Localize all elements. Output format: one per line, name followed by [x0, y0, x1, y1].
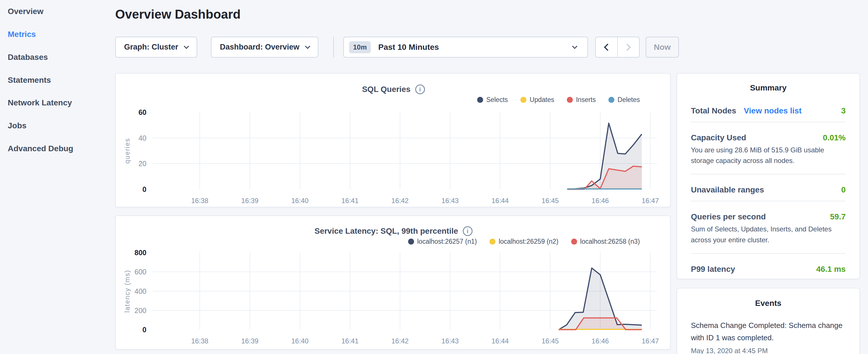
- legend-dot: [608, 97, 614, 103]
- y-tick-label: 0: [143, 185, 147, 193]
- chart-legend: Selects Updates Inserts Deletes: [477, 96, 640, 104]
- summary-value: 3: [841, 106, 846, 116]
- sidebar-item-statements[interactable]: Statements: [8, 74, 51, 86]
- time-shift-buttons: [595, 37, 640, 58]
- x-tick-label: 16:47: [642, 197, 659, 204]
- divider: [691, 253, 846, 254]
- graph-scope-dropdown[interactable]: Graph: Cluster: [115, 37, 197, 58]
- dashboard-dropdown[interactable]: Dashboard: Overview: [211, 37, 318, 58]
- x-tick-label: 16:44: [492, 337, 509, 345]
- summary-value: 59.7: [830, 212, 846, 221]
- chevron-down-icon: [305, 43, 310, 49]
- x-tick-label: 16:42: [392, 337, 409, 345]
- sidebar-item-network-latency[interactable]: Network Latency: [8, 97, 72, 108]
- chart-title: SQL Queries i: [116, 85, 671, 94]
- summary-subtext: You are using 28.6 MiB of 515.9 GiB usab…: [691, 144, 846, 170]
- chart-legend: localhost:26257 (n1) localhost:26259 (n2…: [408, 238, 640, 246]
- x-tick-label: 16:46: [592, 197, 609, 204]
- summary-heading: Summary: [691, 83, 846, 93]
- summary-panel: Summary Total Nodes View nodes list 3 Ca…: [677, 73, 860, 279]
- legend-label: localhost:26259 (n2): [499, 238, 558, 246]
- legend-item: Updates: [520, 96, 554, 104]
- y-tick-label: 40: [138, 134, 147, 142]
- y-tick-label: 0: [143, 326, 147, 334]
- sidebar-item-overview[interactable]: Overview: [8, 6, 43, 17]
- x-tick-label: 16:39: [241, 197, 258, 204]
- y-axis-label: latency (ms): [124, 270, 131, 313]
- summary-label: P99 latency: [691, 265, 735, 274]
- x-tick-label: 16:39: [241, 337, 258, 345]
- x-tick-label: 16:38: [191, 337, 208, 345]
- legend-dot: [408, 238, 414, 245]
- summary-value: 46.1 ms: [816, 265, 846, 274]
- sidebar-item-advanced-debug[interactable]: Advanced Debug: [8, 143, 73, 154]
- chevron-down-icon: [184, 43, 189, 49]
- legend-item: localhost:26259 (n2): [490, 238, 558, 246]
- sidebar: Overview Metrics Databases Statements Ne…: [0, 0, 115, 354]
- info-icon[interactable]: i: [463, 226, 472, 236]
- sql-queries-chart-svg: 16:3816:3916:4016:4116:4216:4316:4416:45…: [121, 108, 665, 205]
- x-tick-label: 16:40: [291, 197, 309, 204]
- x-tick-label: 16:43: [442, 197, 459, 204]
- x-tick-label: 16:41: [341, 197, 359, 204]
- legend-dot: [477, 97, 483, 103]
- y-tick-label: 800: [134, 249, 147, 257]
- chevron-right-icon: [624, 43, 631, 51]
- summary-value: 0.01%: [823, 133, 846, 142]
- legend-dot: [571, 238, 577, 245]
- summary-section-p99: P99 latency 46.1 ms: [691, 257, 846, 280]
- page-title: Overview Dashboard: [115, 7, 241, 22]
- summary-label: Unavailable ranges: [691, 185, 764, 194]
- time-range-dropdown[interactable]: 10m Past 10 Minutes: [343, 37, 588, 58]
- legend-item: Deletes: [608, 96, 640, 104]
- view-nodes-list-link[interactable]: View nodes list: [744, 106, 802, 115]
- x-tick-label: 16:45: [541, 337, 559, 345]
- x-tick-label: 16:40: [291, 337, 309, 345]
- time-shift-back-button[interactable]: [596, 37, 617, 57]
- x-tick-label: 16:43: [442, 337, 459, 345]
- legend-label: Deletes: [618, 96, 640, 104]
- divider: [691, 201, 846, 201]
- legend-label: localhost:26257 (n1): [417, 238, 477, 246]
- summary-section-total-nodes: Total Nodes View nodes list 3: [691, 99, 846, 126]
- legend-item: localhost:26257 (n1): [408, 238, 477, 246]
- chart-title: Service Latency: SQL, 99th percentile i: [116, 226, 671, 236]
- sql-queries-chart-card: SQL Queries i Selects Updates Inserts De…: [115, 73, 671, 207]
- sidebar-item-metrics[interactable]: Metrics: [8, 29, 36, 40]
- x-tick-label: 16:46: [592, 337, 609, 345]
- time-window-label: Past 10 Minutes: [378, 43, 573, 52]
- summary-value: 0: [841, 185, 846, 194]
- divider: [691, 122, 846, 122]
- time-shift-forward-button[interactable]: [617, 37, 639, 57]
- graph-scope-dropdown-label: Graph: Cluster: [124, 43, 178, 52]
- legend-item: Selects: [477, 96, 508, 104]
- legend-dot: [520, 97, 526, 103]
- chart-title-text: Service Latency: SQL, 99th percentile: [314, 227, 458, 236]
- sidebar-item-jobs[interactable]: Jobs: [8, 120, 26, 131]
- y-tick-label: 400: [134, 287, 147, 295]
- events-panel: Events Schema Change Completed: Schema c…: [677, 288, 860, 354]
- legend-item: Inserts: [567, 96, 596, 104]
- sidebar-item-databases[interactable]: Databases: [8, 52, 48, 63]
- summary-section-qps: Queries per second 59.7 Sum of Selects, …: [691, 205, 846, 257]
- chevron-left-icon: [604, 43, 611, 51]
- x-tick-label: 16:42: [392, 197, 409, 204]
- x-tick-label: 16:45: [541, 197, 559, 204]
- summary-label: Queries per second: [691, 212, 766, 221]
- x-tick-label: 16:44: [492, 197, 509, 204]
- event-timestamp: May 13, 2020 at 4:45 PM: [691, 347, 846, 354]
- toolbar-divider: [333, 37, 334, 58]
- legend-label: Updates: [530, 96, 554, 104]
- summary-subtext: Sum of Selects, Updates, Inserts, and De…: [691, 224, 846, 249]
- dashboard-dropdown-label: Dashboard: Overview: [220, 43, 300, 52]
- legend-label: Selects: [486, 96, 508, 104]
- y-tick-label: 60: [138, 108, 147, 116]
- chart-title-text: SQL Queries: [362, 85, 410, 94]
- legend-dot: [567, 97, 573, 103]
- summary-section-capacity: Capacity Used 0.01% You are using 28.6 M…: [691, 126, 846, 178]
- legend-item: localhost:26258 (n3): [571, 238, 640, 246]
- now-button[interactable]: Now: [646, 37, 679, 58]
- time-window-badge: 10m: [349, 41, 371, 53]
- info-icon[interactable]: i: [415, 85, 425, 94]
- summary-section-unavailable-ranges: Unavailable ranges 0: [691, 178, 846, 205]
